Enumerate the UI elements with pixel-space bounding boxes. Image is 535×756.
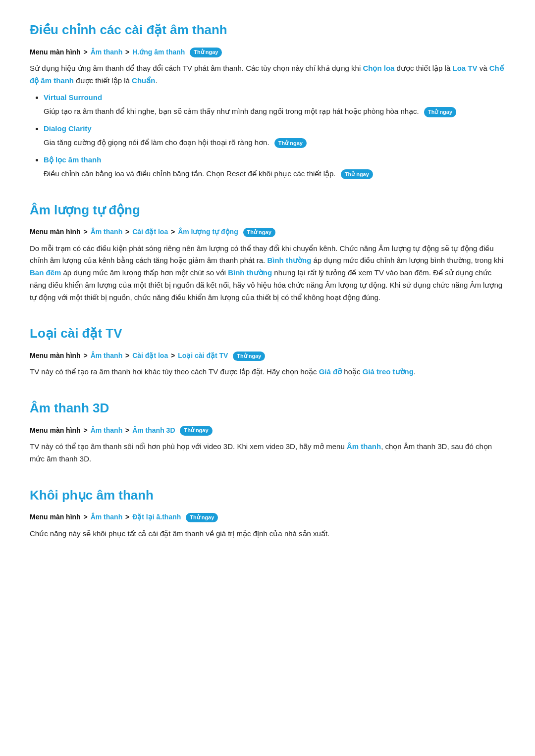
- bold-ban-dem: Ban đêm: [30, 268, 61, 277]
- section4-badge[interactable]: Thử ngay: [180, 426, 212, 436]
- section5-body: Chức năng này sẽ khôi phục tất cả cài đặ…: [30, 528, 505, 540]
- section-khoi-phuc-am-thanh: Khôi phục âm thanh Menu màn hình > Âm th…: [30, 485, 505, 540]
- section2-breadcrumb: Menu màn hình > Âm thanh > Cài đặt loa >…: [30, 226, 505, 237]
- breadcrumb-hung-am-thanh: H.ứng âm thanh: [132, 48, 185, 56]
- breadcrumb5-am-thanh: Âm thanh: [91, 513, 123, 521]
- breadcrumb2-am-luong: Âm lượng tự động: [178, 228, 238, 236]
- breadcrumb3-loai-cai-dat: Loại cài đặt TV: [178, 352, 228, 359]
- section3-title: Loại cài đặt TV: [30, 323, 505, 344]
- bullet-dialog-clarity: Dialog Clarity Gia tăng cường độ giọng n…: [44, 123, 505, 149]
- bullet-bo-loc: Bộ lọc âm thanh Điều chỉnh cân bằng loa …: [44, 154, 505, 180]
- bo-loc-title: Bộ lọc âm thanh: [44, 155, 101, 164]
- sep1: >: [84, 48, 90, 56]
- virtual-surround-badge[interactable]: Thử ngay: [424, 107, 456, 117]
- section4-breadcrumb: Menu màn hình > Âm thanh > Âm thanh 3D T…: [30, 425, 505, 436]
- section-loai-cai-dat-tv: Loại cài đặt TV Menu màn hình > Âm thanh…: [30, 323, 505, 378]
- bold-chon-loa: Chọn loa: [363, 64, 394, 72]
- virtual-surround-title: Virtual Surround: [44, 93, 102, 101]
- section1-try-badge[interactable]: Thử ngay: [190, 48, 222, 57]
- bold-binh-thuong1: Bình thường: [267, 256, 311, 264]
- section5-title: Khôi phục âm thanh: [30, 485, 505, 506]
- virtual-surround-desc: Giúp tạo ra âm thanh để khi nghe, bạn sẽ…: [44, 105, 505, 118]
- breadcrumb-am-thanh: Âm thanh: [91, 48, 123, 56]
- section2-badge[interactable]: Thử ngay: [243, 228, 275, 238]
- bold-gia-treo-tuong: Giá treo tường: [363, 367, 414, 376]
- breadcrumb3-cai-dat-loa: Cài đặt loa: [132, 352, 168, 359]
- section1-bullet-list: Virtual Surround Giúp tạo ra âm thanh để…: [30, 92, 505, 180]
- breadcrumb5-dat-lai: Đặt lại â.thanh: [132, 513, 181, 521]
- breadcrumb3-menu: Menu màn hình: [30, 352, 81, 359]
- bold-gia-do: Giá đỡ: [319, 367, 342, 376]
- section4-title: Âm thanh 3D: [30, 398, 505, 419]
- breadcrumb2-menu: Menu màn hình: [30, 228, 81, 236]
- sep2: >: [125, 48, 131, 56]
- dialog-clarity-desc: Gia tăng cường độ giọng nói để làm cho đ…: [44, 137, 505, 149]
- bold-reset: Reset: [226, 169, 246, 178]
- section5-breadcrumb: Menu màn hình > Âm thanh > Đặt lại â.tha…: [30, 511, 505, 522]
- bold-che-do-am-thanh: Chế độ âm thanh: [30, 64, 504, 85]
- breadcrumb-menu: Menu màn hình: [30, 48, 81, 56]
- breadcrumb3-am-thanh: Âm thanh: [91, 352, 123, 359]
- bold-loa-tv: Loa TV: [452, 64, 477, 72]
- section3-body: TV này có thể tạo ra âm thanh hơi khác t…: [30, 366, 505, 378]
- breadcrumb2-cai-dat-loa: Cài đặt loa: [132, 228, 168, 236]
- section-am-thanh-3d: Âm thanh 3D Menu màn hình > Âm thanh > Â…: [30, 398, 505, 465]
- bold-am-thanh-3d: Âm thanh: [347, 442, 381, 451]
- section2-body: Do mỗi trạm có các điều kiện phát sóng r…: [30, 243, 505, 304]
- bo-loc-desc: Điều chỉnh cân bằng loa và điều chỉnh bă…: [44, 168, 505, 180]
- section5-badge[interactable]: Thử ngay: [186, 513, 218, 523]
- dialog-clarity-title: Dialog Clarity: [44, 124, 92, 133]
- breadcrumb4-am-thanh: Âm thanh: [91, 426, 123, 434]
- breadcrumb5-menu: Menu màn hình: [30, 513, 81, 521]
- bo-loc-badge[interactable]: Thử ngay: [341, 169, 373, 179]
- bullet-virtual-surround: Virtual Surround Giúp tạo ra âm thanh để…: [44, 92, 505, 118]
- section4-body: TV này có thể tạo âm thanh sôi nổi hơn p…: [30, 441, 505, 465]
- section3-breadcrumb: Menu màn hình > Âm thanh > Cài đặt loa >…: [30, 350, 505, 361]
- section1-intro: Sử dụng hiệu ứng âm thanh để thay đổi cá…: [30, 62, 505, 87]
- section3-badge[interactable]: Thử ngay: [233, 352, 265, 361]
- bold-binh-thuong2: Bình thường: [228, 268, 272, 277]
- section1-title: Điều chỉnh các cài đặt âm thanh: [30, 20, 505, 41]
- breadcrumb4-am-thanh-3d: Âm thanh 3D: [132, 426, 175, 434]
- dialog-clarity-badge[interactable]: Thử ngay: [274, 138, 307, 148]
- section1-breadcrumb: Menu màn hình > Âm thanh > H.ứng âm than…: [30, 47, 505, 57]
- section-dieu-chinh: Điều chỉnh các cài đặt âm thanh Menu màn…: [30, 20, 505, 180]
- section-am-luong-tu-dong: Âm lượng tự động Menu màn hình > Âm than…: [30, 200, 505, 304]
- section2-title: Âm lượng tự động: [30, 200, 505, 221]
- breadcrumb4-menu: Menu màn hình: [30, 426, 81, 434]
- breadcrumb2-am-thanh: Âm thanh: [91, 228, 123, 236]
- bold-chuan: Chuẩn: [132, 76, 155, 85]
